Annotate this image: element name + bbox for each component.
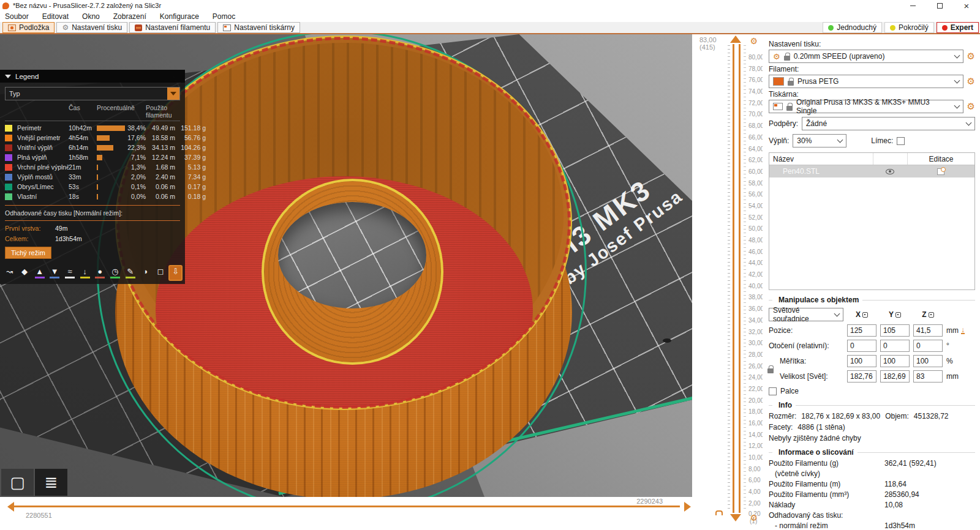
slider-gear-icon[interactable]: ⚙ (750, 513, 758, 523)
color-swatch (5, 164, 12, 171)
menu-pomoc[interactable]: Pomoc (213, 12, 235, 21)
infill-label: Výplň: (769, 136, 789, 145)
layer-tick-label: 10,00 (748, 454, 764, 461)
time-icon[interactable]: ◷ (108, 265, 123, 281)
axis-reset-icon[interactable] (862, 312, 868, 318)
size-z-input[interactable]: 83 (913, 370, 943, 383)
volume-label: Objem: (885, 412, 909, 420)
slider-right-arrow-icon[interactable] (684, 502, 691, 512)
restore-button[interactable] (926, 0, 953, 11)
scale-z-input[interactable]: 100 (913, 355, 943, 367)
layer-tick-label: 64,00 (748, 146, 764, 152)
legend-header[interactable]: Legend (0, 70, 185, 83)
model-center-hole (278, 202, 426, 308)
name-column-header[interactable]: Název (769, 155, 873, 163)
layer-slider-top-handle[interactable] (730, 35, 741, 43)
layer-tick-label: 8,00 (748, 466, 764, 472)
tab-nastaveni-tisku[interactable]: ⚙ Nastavení tisku (56, 22, 127, 33)
scale-label: Měřítka: (769, 357, 843, 365)
slider-settings-gear-icon[interactable]: ⚙ (750, 36, 758, 46)
position-z-input[interactable]: 41,5 (913, 324, 943, 337)
layer-slider-track-low[interactable] (733, 44, 734, 513)
travel-moves-icon[interactable]: ↝ (2, 265, 17, 281)
filament-icon[interactable]: ● (93, 265, 107, 281)
size-y-input[interactable]: 182,69 (880, 370, 910, 383)
shells-icon[interactable]: ◑ (138, 265, 153, 281)
layer-tick-label: 42,00 (748, 271, 764, 278)
edit-object-icon[interactable] (937, 168, 944, 175)
supports-select[interactable]: Žádné (802, 117, 975, 130)
minimize-button[interactable] (899, 0, 926, 11)
position-x-input[interactable]: 125 (847, 324, 876, 337)
menu-editovat[interactable]: Editovat (42, 12, 69, 21)
scale-y-input[interactable]: 100 (880, 355, 910, 367)
menu-okno[interactable]: Okno (82, 12, 100, 21)
rotation-x-input[interactable]: 0 (847, 340, 876, 352)
scale-x-input[interactable]: 100 (847, 355, 876, 367)
cube-icon: ▢ (10, 473, 25, 492)
axis-reset-icon[interactable] (895, 312, 901, 318)
coordinate-space-select[interactable]: Světové souřadnice (769, 308, 843, 321)
editor-view-button[interactable]: ▢ (1, 469, 34, 496)
edit-column-header[interactable]: Editace (907, 153, 974, 165)
menubar: Soubor Editovat Okno Zobrazení Konfigura… (0, 11, 980, 22)
infill-select[interactable]: 30% (793, 134, 846, 147)
tab-nastaveni-filamentu[interactable]: Nastavení filamentu (129, 22, 216, 33)
dropdown-arrow-icon[interactable] (167, 88, 179, 100)
legend-row: Výplň mostů33m2,0%2.40 m7.34 g (5, 172, 180, 182)
layer-tick-label: 36,00 (748, 305, 764, 312)
size-x-input[interactable]: 182,76 (847, 370, 876, 383)
filament-gear-button[interactable]: ⚙ (967, 76, 975, 87)
mode-advanced-button[interactable]: Pokročilý (884, 22, 934, 33)
inches-checkbox[interactable] (769, 387, 777, 395)
spool-note-label: (včetně cívky) (769, 469, 882, 479)
drop-to-bed-icon[interactable]: ↓ (961, 327, 965, 334)
facets-label: Facety: (769, 423, 793, 431)
filament-m-label: Použito Filamentu (m) (769, 480, 882, 489)
print-settings-select[interactable]: ⚙ 0.20mm SPEED (upraveno) (769, 50, 963, 63)
layer-tick-label: 30,00 (748, 340, 764, 346)
flow-icon[interactable]: ↓ (78, 265, 92, 281)
layer-slider-bottom-handle[interactable] (730, 514, 741, 521)
seams-icon[interactable]: ◆ (18, 265, 32, 281)
height-icon[interactable]: ▼ (48, 265, 62, 281)
rotation-z-input[interactable]: 0 (913, 340, 943, 352)
print-icon[interactable]: ⇩ (168, 265, 183, 281)
rotation-y-input[interactable]: 0 (880, 340, 910, 352)
visibility-column-header[interactable] (873, 153, 907, 165)
menu-zobrazeni[interactable]: Zobrazení (113, 12, 146, 21)
close-button[interactable]: × (953, 0, 980, 11)
mode-expert-button[interactable]: Expert (937, 22, 979, 33)
layer-ticks-right (744, 45, 746, 512)
wireframe-icon[interactable]: ◻ (154, 265, 168, 281)
layer-tick-label: 28,00 (748, 351, 764, 358)
eye-icon[interactable] (886, 169, 894, 174)
position-y-input[interactable]: 105 (880, 324, 910, 337)
silent-mode-button[interactable]: Tichý režim (5, 247, 51, 259)
menu-konfigurace[interactable]: Konfigurace (160, 12, 199, 21)
feature-type-icon[interactable]: ▲ (32, 265, 47, 281)
uniform-scale-lock-icon[interactable] (767, 368, 774, 373)
layer-tick-label: 46,00 (748, 248, 764, 255)
profile-gear-icon: ⚙ (773, 52, 780, 61)
printer-select[interactable]: Original Prusa i3 MK3S & MK3S+ MMU3 Sing… (769, 100, 963, 113)
tab-podlozka[interactable]: Podložka (2, 22, 55, 33)
preview-view-button[interactable]: ≣ (35, 469, 67, 496)
object-row[interactable]: Pen40.STL (769, 165, 974, 177)
3d-viewport[interactable]: PRUSA i3 MK3 by Josef Prusa Legend Typ Č… (0, 34, 692, 497)
print-settings-gear-button[interactable]: ⚙ (967, 51, 975, 62)
menu-soubor[interactable]: Soubor (5, 12, 29, 21)
brim-checkbox[interactable] (897, 137, 905, 145)
layer-tick-labels: 80,0078,0076,0074,0072,0070,0068,0066,00… (748, 54, 764, 507)
view-type-select[interactable]: Typ (5, 87, 180, 100)
mode-simple-button[interactable]: Jednoduchý (823, 22, 882, 33)
layer-slider-track-high[interactable] (739, 44, 741, 513)
printer-gear-button[interactable]: ⚙ (967, 101, 975, 112)
axis-reset-icon[interactable] (929, 312, 934, 318)
color-print-icon[interactable]: ✎ (123, 265, 137, 281)
speed-icon[interactable]: ≈ (63, 265, 77, 281)
filament-select[interactable]: Prusa PETG (769, 75, 963, 88)
tab-nastaveni-tiskarny[interactable]: Nastavení tiskárny (217, 22, 300, 33)
horizontal-move-slider[interactable]: 2290243 (13, 506, 680, 507)
layer-ticks (728, 45, 730, 512)
